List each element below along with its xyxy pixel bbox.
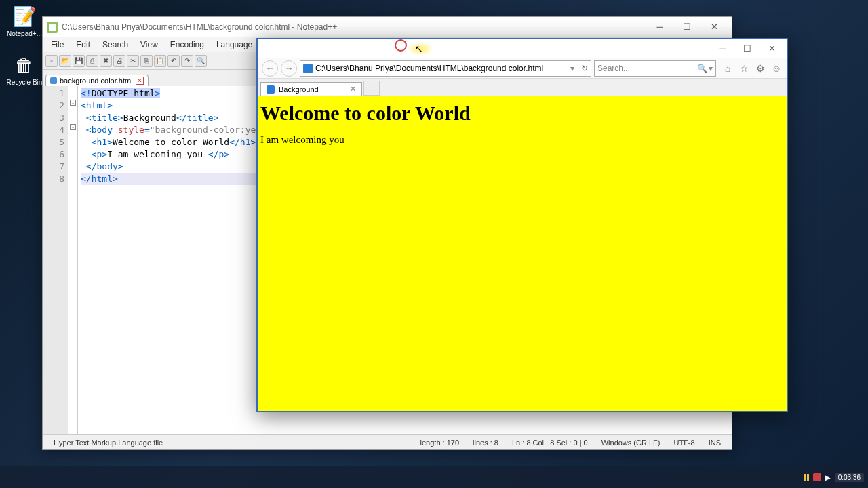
cut-icon[interactable]: ✂ [127, 55, 139, 67]
minimize-button[interactable]: ─ [711, 41, 735, 56]
saveall-icon[interactable]: ⎙ [86, 55, 98, 67]
ie-titlebar[interactable]: ─ ☐ ✕ [258, 39, 787, 58]
search-dropdown-icon[interactable]: ▾ [707, 64, 713, 73]
status-encoding: UTF-8 [667, 439, 701, 447]
ie-page-icon [303, 64, 313, 73]
tools-icon[interactable]: ⚙ [754, 62, 766, 75]
recording-timer: 0:03:36 [835, 473, 864, 482]
tab-close-icon[interactable]: ✕ [136, 77, 144, 85]
titlebar[interactable]: C:\Users\Bhanu Priya\Documents\HTML\back… [43, 17, 732, 37]
address-bar[interactable]: C:\Users\Bhanu Priya\Documents\HTML\back… [300, 60, 591, 77]
fold-margin[interactable]: - - [68, 86, 78, 434]
print-icon[interactable]: 🖨 [113, 55, 125, 67]
home-icon[interactable]: ⌂ [722, 62, 734, 75]
menu-encoding[interactable]: Encoding [165, 39, 210, 51]
close-button[interactable]: ✕ [701, 19, 728, 35]
pause-icon[interactable] [804, 474, 809, 481]
window-title: C:\Users\Bhanu Priya\Documents\HTML\back… [62, 22, 646, 32]
menu-language[interactable]: Language [211, 39, 258, 51]
page-paragraph: I am welcoming you [260, 134, 784, 146]
status-length: length : 170 [414, 439, 467, 447]
save-icon[interactable]: 💾 [73, 55, 85, 67]
statusbar: Hyper Text Markup Language file length :… [43, 434, 732, 449]
search-placeholder: Search... [597, 64, 630, 73]
back-button[interactable]: ← [262, 60, 278, 77]
maximize-button[interactable]: ☐ [735, 41, 760, 56]
notepad-icon: 📝 [12, 4, 37, 28]
desktop-icon-label: Recycle Bin [4, 79, 45, 86]
desktop-icon-recyclebin[interactable]: 🗑 Recycle Bin [4, 53, 45, 86]
url-text: C:\Users\Bhanu Priya\Documents\HTML\back… [315, 64, 543, 73]
click-indicator [395, 39, 407, 52]
file-tab[interactable]: background color.html ✕ [45, 75, 149, 86]
close-button[interactable]: ✕ [760, 41, 784, 56]
desktop-icon-notepadpp[interactable]: 📝 Notepad+... [4, 4, 45, 37]
ie-window: ─ ☐ ✕ ← → C:\Users\Bhanu Priya\Documents… [256, 38, 788, 412]
tab-favicon [267, 85, 275, 94]
taskbar[interactable]: ▶ 0:03:36 [0, 466, 868, 488]
minimize-button[interactable]: ─ [646, 19, 673, 35]
refresh-icon[interactable]: ↻ [577, 64, 588, 73]
open-icon[interactable]: 📂 [59, 55, 71, 67]
system-tray: ▶ 0:03:36 [804, 473, 864, 482]
search-box[interactable]: Search... 🔍 ▾ [594, 60, 716, 77]
play-icon[interactable]: ▶ [825, 474, 831, 481]
maximize-button[interactable]: ☐ [673, 19, 701, 35]
forward-button[interactable]: → [281, 60, 297, 77]
paste-icon[interactable]: 📋 [154, 55, 166, 67]
new-tab-button[interactable] [363, 81, 380, 96]
close-icon[interactable]: ✖ [100, 55, 112, 67]
status-eol: Windows (CR LF) [595, 439, 667, 447]
find-icon[interactable]: 🔍 [195, 55, 207, 67]
app-icon [47, 22, 58, 33]
file-tab-label: background color.html [60, 77, 133, 85]
menu-view[interactable]: View [135, 39, 163, 51]
menu-edit[interactable]: Edit [71, 39, 96, 51]
line-gutter: 12345678 [43, 86, 68, 434]
address-bar-row: ← → C:\Users\Bhanu Priya\Documents\HTML\… [258, 58, 787, 79]
copy-icon[interactable]: ⎘ [140, 55, 153, 67]
dropdown-icon[interactable]: ▾ [570, 64, 574, 73]
status-insert: INS [702, 439, 728, 447]
search-icon[interactable]: 🔍 [697, 64, 707, 73]
page-heading: Welcome to color World [260, 102, 784, 125]
tab-title: Background [279, 85, 319, 94]
desktop-icon-label: Notepad+... [4, 30, 45, 37]
menu-file[interactable]: File [45, 39, 69, 51]
ie-tabbar: Background ✕ [258, 79, 787, 96]
recycle-bin-icon: 🗑 [12, 53, 37, 77]
favorites-icon[interactable]: ☆ [738, 62, 750, 75]
browser-tab[interactable]: Background ✕ [260, 82, 362, 96]
status-filetype: Hyper Text Markup Language file [47, 439, 170, 447]
mouse-cursor: ↖ [415, 43, 423, 54]
smiley-icon[interactable]: ☺ [770, 62, 783, 75]
file-status-icon [50, 77, 57, 84]
page-content: Welcome to color World I am welcoming yo… [258, 96, 787, 411]
menu-search[interactable]: Search [97, 39, 134, 51]
undo-icon[interactable]: ↶ [167, 55, 180, 67]
status-lines: lines : 8 [466, 439, 505, 447]
record-icon[interactable] [813, 473, 821, 481]
status-position: Ln : 8 Col : 8 Sel : 0 | 0 [505, 439, 595, 447]
new-icon[interactable]: ▫ [45, 55, 58, 67]
redo-icon[interactable]: ↷ [181, 55, 193, 67]
tab-close-icon[interactable]: ✕ [350, 85, 356, 94]
